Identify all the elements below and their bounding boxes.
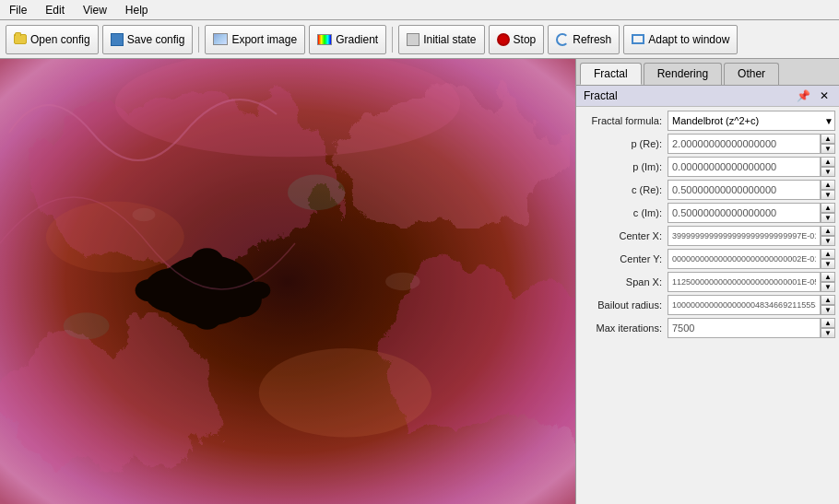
refresh-label: Refresh: [573, 33, 611, 46]
open-config-button[interactable]: Open config: [6, 25, 99, 54]
stop-icon: [497, 33, 510, 46]
svg-point-15: [259, 348, 431, 438]
p-im-spin-down[interactable]: ▼: [821, 167, 835, 177]
c-im-spin-down[interactable]: ▼: [821, 213, 835, 223]
max-iterations-spinners: ▲ ▼: [821, 318, 835, 338]
max-iterations-input[interactable]: [668, 318, 821, 338]
center-x-row: Center X: ▲ ▼: [580, 226, 835, 246]
pin-icon[interactable]: 📌: [794, 88, 813, 103]
center-y-spin-up[interactable]: ▲: [821, 249, 835, 259]
bailout-radius-control: ▲ ▼: [668, 295, 835, 315]
c-im-input[interactable]: [668, 203, 821, 223]
refresh-icon: [556, 33, 569, 46]
image-icon: [213, 33, 228, 45]
c-im-spin-up[interactable]: ▲: [821, 203, 835, 213]
span-x-row: Span X: ▲ ▼: [580, 272, 835, 292]
p-im-spin-up[interactable]: ▲: [821, 157, 835, 167]
toolbar-sep-1: [198, 27, 199, 53]
center-y-label: Center Y:: [580, 253, 668, 264]
close-icon[interactable]: ✕: [817, 88, 832, 103]
svg-rect-14: [0, 59, 575, 504]
max-iterations-label: Max iterations:: [580, 322, 668, 334]
span-x-input[interactable]: [668, 272, 821, 292]
menu-file[interactable]: File: [4, 2, 32, 18]
open-config-label: Open config: [30, 33, 90, 46]
center-x-spin-up[interactable]: ▲: [821, 226, 835, 236]
fractal-formula-select[interactable]: Mandelbrot (z^2+c) Julia Burning Ship: [668, 111, 835, 131]
fractal-formula-row: Fractal formula: Mandelbrot (z^2+c) Juli…: [580, 111, 835, 131]
tab-other[interactable]: Other: [724, 63, 779, 85]
refresh-button[interactable]: Refresh: [548, 25, 620, 54]
c-re-spin-up[interactable]: ▲: [821, 180, 835, 190]
initial-state-label: Initial state: [423, 33, 476, 46]
menubar: File Edit View Help: [0, 0, 839, 20]
stop-label: Stop: [514, 33, 537, 46]
p-re-control: ▲ ▼: [668, 134, 835, 154]
svg-point-19: [385, 273, 420, 290]
menu-edit[interactable]: Edit: [40, 2, 70, 18]
c-im-label: c (Im):: [580, 207, 668, 218]
c-re-spin-down[interactable]: ▼: [821, 190, 835, 200]
center-x-input[interactable]: [668, 226, 821, 246]
adapt-to-window-label: Adapt to window: [648, 33, 729, 46]
span-x-spin-up[interactable]: ▲: [821, 272, 835, 282]
p-im-spinners: ▲ ▼: [821, 157, 835, 177]
bailout-radius-spin-up[interactable]: ▲: [821, 295, 835, 305]
export-image-button[interactable]: Export image: [205, 25, 305, 54]
p-re-spin-down[interactable]: ▼: [821, 144, 835, 154]
svg-point-17: [288, 175, 345, 211]
p-re-spin-up[interactable]: ▲: [821, 134, 835, 144]
svg-point-20: [133, 208, 156, 221]
toolbar-sep-2: [392, 27, 393, 53]
bailout-radius-input[interactable]: [668, 295, 821, 315]
p-re-label: p (Re):: [580, 138, 668, 149]
bailout-radius-spinners: ▲ ▼: [821, 295, 835, 315]
p-re-row: p (Re): ▲ ▼: [580, 134, 835, 154]
fractal-canvas-area[interactable]: [0, 59, 575, 504]
fractal-visualization: [0, 59, 575, 504]
center-x-spin-down[interactable]: ▼: [821, 236, 835, 246]
menu-view[interactable]: View: [77, 2, 112, 18]
c-im-row: c (Im): ▲ ▼: [580, 203, 835, 223]
span-x-spin-down[interactable]: ▼: [821, 282, 835, 292]
tab-fractal[interactable]: Fractal: [580, 63, 642, 85]
center-x-spinners: ▲ ▼: [821, 226, 835, 246]
center-y-spin-down[interactable]: ▼: [821, 259, 835, 269]
bailout-radius-spin-down[interactable]: ▼: [821, 305, 835, 315]
adapt-to-window-button[interactable]: Adapt to window: [623, 25, 738, 54]
p-re-input[interactable]: [668, 134, 821, 154]
max-iterations-row: Max iterations: ▲ ▼: [580, 318, 835, 338]
fractal-formula-label: Fractal formula:: [580, 115, 668, 126]
main-content: Fractal Rendering Other Fractal 📌 ✕ Frac…: [0, 59, 839, 504]
initial-state-button[interactable]: Initial state: [398, 25, 484, 54]
tab-rendering[interactable]: Rendering: [644, 63, 722, 85]
gradient-button[interactable]: Gradient: [309, 25, 386, 54]
max-iterations-spin-up[interactable]: ▲: [821, 318, 835, 328]
max-iterations-spin-down[interactable]: ▼: [821, 328, 835, 338]
p-im-input[interactable]: [668, 157, 821, 177]
center-y-row: Center Y: ▲ ▼: [580, 249, 835, 269]
folder-icon: [14, 34, 27, 44]
c-re-row: c (Re): ▲ ▼: [580, 180, 835, 200]
center-y-input[interactable]: [668, 249, 821, 269]
toolbar: Open config Save config Export image Gra…: [0, 20, 839, 59]
stop-button[interactable]: Stop: [489, 25, 545, 54]
window-icon: [632, 34, 644, 44]
menu-help[interactable]: Help: [120, 2, 154, 18]
center-y-spinners: ▲ ▼: [821, 249, 835, 269]
panel-header: Fractal 📌 ✕: [576, 86, 839, 107]
c-im-spinners: ▲ ▼: [821, 203, 835, 223]
bailout-radius-row: Bailout radius: ▲ ▼: [580, 295, 835, 315]
span-x-spinners: ▲ ▼: [821, 272, 835, 292]
svg-point-18: [64, 312, 110, 339]
panel-title: Fractal: [584, 89, 618, 102]
tab-bar: Fractal Rendering Other: [576, 59, 839, 86]
center-x-control: ▲ ▼: [668, 226, 835, 246]
fractal-formula-select-wrap: Mandelbrot (z^2+c) Julia Burning Ship ▼: [668, 111, 835, 131]
panel-header-icons: 📌 ✕: [794, 88, 832, 103]
c-re-input[interactable]: [668, 180, 821, 200]
c-re-label: c (Re):: [580, 184, 668, 195]
p-im-label: p (Im):: [580, 161, 668, 172]
center-y-control: ▲ ▼: [668, 249, 835, 269]
save-config-button[interactable]: Save config: [102, 25, 194, 54]
